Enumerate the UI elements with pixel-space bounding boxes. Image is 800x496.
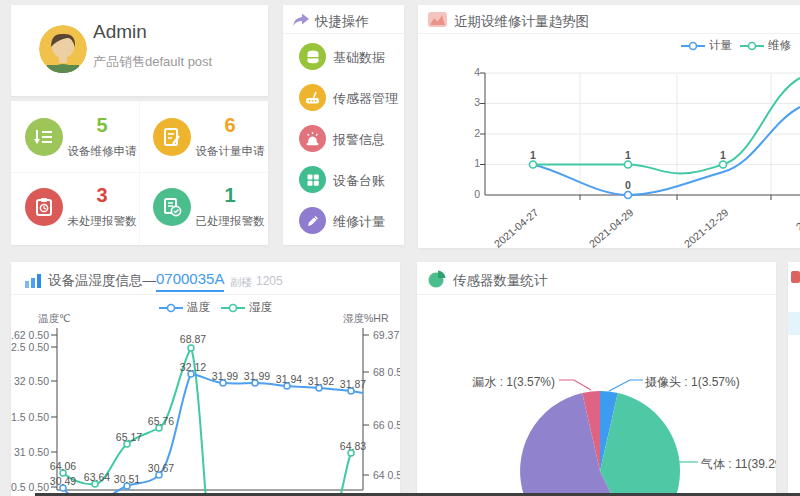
humidity-label: 68.87: [180, 333, 206, 345]
quick-actions-panel: 快捷操作 基础数据 传感器管理: [283, 5, 404, 245]
quick-item-device-ledger[interactable]: 设备台账: [283, 166, 404, 193]
stat-value: 3: [67, 184, 137, 206]
quick-item-label: 基础数据: [333, 49, 385, 67]
right-tick: 68 0.50: [373, 366, 400, 378]
quick-arrow-icon: [291, 12, 311, 28]
temp-label: 30.67: [148, 462, 174, 474]
temp-label: 31.99: [244, 370, 270, 382]
stat-cell-unhandled-alarms[interactable]: 3 未处理报警数: [11, 173, 140, 245]
pencil-icon: [299, 207, 326, 234]
left-tick: 30.5 0.50: [11, 481, 49, 493]
humidity-label: 64.06: [50, 460, 76, 472]
temp-label: 31.87: [340, 378, 366, 390]
point-label: 1: [720, 149, 726, 161]
alarm-icon: [791, 271, 800, 283]
stat-label: 设备维修申请: [67, 144, 137, 159]
profile-name: Admin: [93, 21, 147, 43]
stat-cell-metering-requests[interactable]: 6 设备计量申请: [140, 101, 268, 173]
database-icon: [299, 43, 326, 70]
quick-actions-title: 快捷操作: [315, 13, 369, 31]
stat-label: 已处理报警数: [195, 214, 265, 229]
quick-item-repair-metering[interactable]: 维修计量: [283, 207, 404, 234]
stat-label: 未处理报警数: [67, 214, 137, 229]
siren-icon: [299, 125, 326, 152]
temp-humidity-panel: 设备温湿度信息— 0700035A 副楼 1205 温度 湿度 温度℃ 湿度%H…: [11, 262, 400, 496]
y-tick: 1: [474, 157, 480, 169]
y-tick: 0: [474, 188, 480, 200]
y-tick: 2: [474, 127, 480, 139]
left-tick: 31.5 0.50: [11, 411, 49, 423]
humidity-label: 65.76: [148, 415, 174, 427]
profile-subtitle: 产品销售default post: [93, 53, 212, 71]
dashboard-page: { "profile": { "name": "Admin", "subtitl…: [0, 0, 800, 496]
point-label: 0: [625, 179, 631, 191]
quick-item-sensor-mgmt[interactable]: 传感器管理: [283, 84, 404, 111]
temp-label: 31.99: [212, 370, 238, 382]
clipboard-clock-icon: [25, 188, 63, 226]
doc-check-icon: [153, 188, 191, 226]
temp-label: 32.12: [180, 361, 206, 373]
doc-edit-icon: [153, 118, 191, 156]
stat-label: 设备计量申请: [195, 144, 265, 159]
right-tick: 66 0.50: [373, 419, 400, 431]
left-tick: 32.5 0.50: [11, 341, 49, 353]
quick-item-label: 设备台账: [333, 172, 385, 190]
quick-item-basic-data[interactable]: 基础数据: [283, 43, 404, 70]
list-down-icon: [25, 118, 63, 156]
y-tick: 4: [474, 66, 480, 78]
humidity-label: 63.64: [84, 471, 110, 483]
sensor-pie-panel: 传感器数量统计 漏水 : 1(3.57%) 摄像头 : 1(3.57%) 气体 …: [417, 262, 776, 496]
list-row-highlight: [788, 312, 800, 335]
humidity-label: 65.17: [116, 431, 142, 443]
stat-cell-repair-requests[interactable]: 5 设备维修申请: [11, 101, 140, 173]
quick-item-label: 报警信息: [333, 131, 385, 149]
left-tick: 32 0.50: [14, 375, 49, 387]
y-tick: 3: [474, 96, 480, 108]
temp-label: 30.51: [114, 473, 140, 485]
humidity-label: 64.83: [340, 440, 366, 452]
router-icon: [299, 84, 326, 111]
temp-label: 31.94: [276, 373, 302, 385]
right-tick: 69.37 0.50: [373, 329, 400, 341]
temp-label: 31.92: [308, 375, 334, 387]
trend-chart-panel: 近期设维修计量趋势图 计量 维修: [418, 5, 800, 248]
point-label: 1: [625, 149, 631, 161]
right-tick: 64 0.50: [373, 469, 400, 481]
stats-card: 5 设备维修申请 6 设备计量申请: [11, 101, 268, 245]
temp-label: 30.49: [50, 475, 76, 487]
right-panel-sliver: [788, 262, 800, 496]
quick-item-label: 维修计量: [333, 213, 385, 231]
point-label: 1: [530, 149, 536, 161]
stat-value: 1: [195, 184, 265, 206]
quick-item-alarm-info[interactable]: 报警信息: [283, 125, 404, 152]
left-tick: 31 0.50: [14, 446, 49, 458]
avatar: [39, 25, 87, 73]
pie-label-leak: 漏水 : 1(3.57%): [472, 374, 555, 391]
stat-cell-handled-alarms[interactable]: 1 已处理报警数: [140, 173, 268, 245]
grid-icon: [299, 166, 326, 193]
left-tick: 32.62 0.50: [11, 329, 49, 341]
profile-card: Admin 产品销售default post: [11, 5, 268, 96]
pie-label-camera: 摄像头 : 1(3.57%): [645, 374, 740, 391]
quick-item-label: 传感器管理: [333, 90, 398, 108]
stat-value: 5: [67, 114, 137, 136]
pie-label-gas: 气体 : 11(39.29%): [701, 456, 776, 473]
stat-value: 6: [195, 114, 265, 136]
